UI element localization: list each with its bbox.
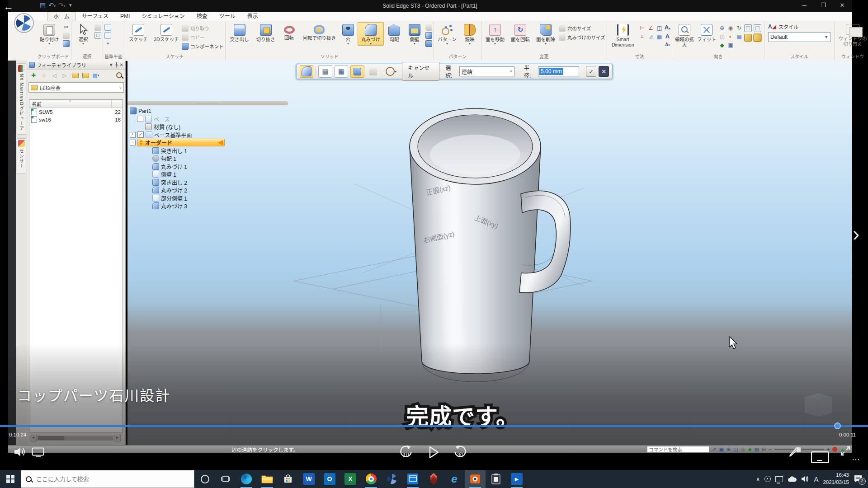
symmetric-dim-icon[interactable]: ◫ <box>656 24 664 33</box>
qat-menu-icon[interactable]: ▼ <box>68 3 73 8</box>
tab-tools[interactable]: ツール <box>213 12 241 21</box>
library-add-icon[interactable]: ✚ <box>29 71 38 80</box>
tree-feature[interactable]: 勾配 1 <box>130 155 225 163</box>
solid-edge-logo[interactable] <box>14 13 34 35</box>
panel-pin-icon[interactable]: ╄ <box>115 62 118 67</box>
accept-button[interactable]: ✓ <box>586 66 596 77</box>
close-button[interactable]: ✕ <box>835 1 850 10</box>
select-button[interactable]: 選択▼ <box>73 22 94 46</box>
ref-plane-icon[interactable] <box>104 24 111 31</box>
redo-icon[interactable]: ↷▾ <box>58 1 66 9</box>
status-layers-icon[interactable]: ⊞ <box>762 446 766 452</box>
fit-button[interactable]: フィット <box>696 22 717 42</box>
rewind-10-button[interactable]: 10 <box>398 445 414 462</box>
round-button[interactable]: 丸みづけ▼ <box>358 22 384 46</box>
taskbar-excel[interactable]: X <box>340 470 361 488</box>
tab-home[interactable]: ホーム <box>47 12 76 21</box>
hole-size-button[interactable]: 穴のサイズ <box>559 25 605 32</box>
pattern-button[interactable]: パターン▼ <box>435 22 459 46</box>
onedrive-cloud-icon[interactable] <box>788 476 797 482</box>
common-views-icon[interactable]: ◐ <box>726 33 735 41</box>
taskbar-store[interactable] <box>278 470 298 488</box>
sketch-cut-button[interactable]: 切り取り <box>182 25 224 32</box>
scroll-left-icon[interactable]: ◄ <box>30 435 37 441</box>
revolve-button[interactable]: 回転 <box>279 22 299 41</box>
seek-knob[interactable] <box>834 422 841 429</box>
taskbar-chrome[interactable] <box>361 470 382 488</box>
component-button[interactable]: コンポーネント <box>182 43 224 50</box>
annotate-pencil-icon[interactable] <box>788 445 800 459</box>
select-mode-dropdown[interactable]: 連結˅ <box>459 66 514 76</box>
tray-security-icon[interactable] <box>764 476 771 482</box>
taskbar-movies[interactable]: ▶ <box>506 470 527 488</box>
sketch3d-button[interactable]: 3Dスケッチ <box>152 22 181 42</box>
display-mode-icon[interactable] <box>32 447 45 459</box>
expand-icon[interactable]: + <box>130 132 136 138</box>
taskbar-search-input[interactable] <box>35 475 173 483</box>
paste-button[interactable]: 貼り付け▼ <box>37 22 62 46</box>
tree-feature[interactable]: 突き出し 2 <box>130 178 225 187</box>
play-button[interactable] <box>427 445 440 462</box>
taskbar-docuworks[interactable] <box>423 470 444 488</box>
library-item[interactable]: SLW5 22 <box>29 108 123 116</box>
tree-item-ordered[interactable]: − オーダード <box>130 139 225 147</box>
library-search-icon[interactable] <box>114 71 123 80</box>
network-icon[interactable] <box>775 476 783 482</box>
smart-dimension-button[interactable]: Smart Dimension <box>609 22 637 48</box>
tree-feature[interactable]: 丸みづけ 2 <box>130 186 225 194</box>
taskbar-explorer[interactable] <box>257 470 278 488</box>
panel-close-icon[interactable]: ✕ <box>120 62 123 67</box>
tab-simulation[interactable]: シミュレーション <box>136 12 191 21</box>
keyboard-overlay-icon[interactable] <box>811 451 829 463</box>
tray-expand-icon[interactable]: ∧ <box>756 476 760 483</box>
command-search-input[interactable] <box>647 446 709 453</box>
select-filter-icon[interactable] <box>94 24 101 31</box>
library-folder-up-icon[interactable] <box>71 71 80 80</box>
tree-feature[interactable]: 丸みづけ 1 <box>130 163 225 171</box>
library-hscrollbar[interactable]: ◄ ► <box>30 435 121 441</box>
distance-between-icon[interactable]: ⊢ <box>638 24 646 33</box>
dim-more-icon[interactable]: ▦ <box>656 33 664 41</box>
revolve-cut-button[interactable]: 回転で切り抜き <box>300 22 339 41</box>
draft-button[interactable]: 勾配 <box>385 22 404 42</box>
restore-button[interactable]: ❐ <box>816 1 831 10</box>
cortana-button[interactable] <box>194 470 215 488</box>
taskbar-outlook[interactable]: O <box>319 470 340 488</box>
solid-extra3-icon[interactable] <box>425 40 432 47</box>
coord-dim-icon[interactable]: ⌗ <box>638 33 646 41</box>
view-styles-icon[interactable]: ▦ <box>735 33 743 41</box>
forward-30-button[interactable]: 30 <box>452 445 468 462</box>
status-zoom-icon[interactable]: ⊕ <box>726 446 731 452</box>
tree-feature[interactable]: 側壁 1 <box>130 170 225 178</box>
start-button[interactable] <box>0 470 21 488</box>
zoom-icon[interactable]: ⊕ <box>718 24 726 33</box>
library-forward-icon[interactable]: ▷ <box>60 71 69 80</box>
library-home-icon[interactable]: ⌂ <box>39 71 48 80</box>
spin-icon[interactable]: ◆ <box>718 42 726 50</box>
cut-icon[interactable]: ✂ <box>63 24 70 31</box>
style-select[interactable]: Default▼ <box>768 32 830 42</box>
format-painter-icon[interactable] <box>63 40 70 47</box>
side-tab-sensor[interactable]: センサー <box>17 138 26 174</box>
taskbar-ie[interactable]: e <box>444 470 465 488</box>
panel-menu-icon[interactable]: ▼ <box>109 62 113 67</box>
rotate-face-button[interactable]: 面を回転 <box>508 22 533 42</box>
zoom-area-button[interactable]: 領域の拡大 <box>674 22 695 48</box>
extrude-button[interactable]: 突き出し <box>227 22 252 42</box>
taskbar-word[interactable]: W <box>298 470 319 488</box>
library-folder-select[interactable]: ばね座金 ˅ <box>28 82 124 93</box>
rotate-view-icon[interactable]: ↻ <box>735 24 743 33</box>
collapse-icon[interactable]: − <box>130 140 136 145</box>
sketch-copy-button[interactable]: コピー <box>182 34 224 41</box>
volume-tray-icon[interactable] <box>801 475 809 483</box>
scroll-right-icon[interactable]: ► <box>114 435 121 441</box>
copy-icon[interactable] <box>63 32 70 39</box>
ref-plane-more-icon[interactable] <box>104 32 111 39</box>
cancel-button[interactable]: キャンセル <box>402 62 439 81</box>
csys-icon[interactable]: ⌖ <box>104 40 111 47</box>
player-back-icon[interactable]: ← <box>4 1 14 13</box>
library-item[interactable]: sw16 16 <box>29 116 123 123</box>
save-icon[interactable]: ▤ <box>40 1 46 9</box>
view-cube-shaded-edges-icon[interactable] <box>754 34 761 42</box>
tree-root[interactable]: Part1 <box>130 107 225 115</box>
